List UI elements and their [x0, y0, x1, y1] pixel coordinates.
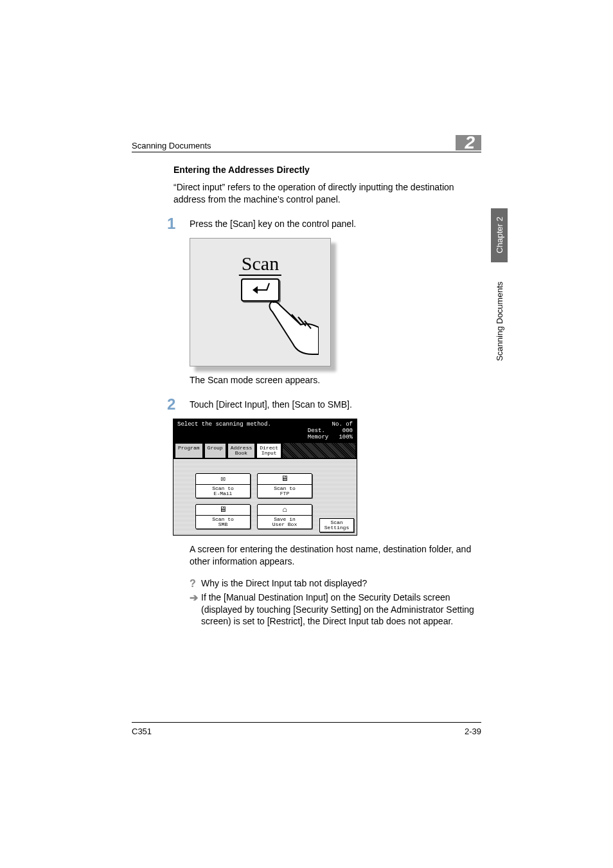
- screen-prompt: Select the scanning method.: [177, 421, 271, 441]
- figure-touchscreen: Select the scanning method. No. of Dest.…: [173, 419, 357, 536]
- figure-scan-key: Scan: [190, 238, 331, 366]
- step-2-result: A screen for entering the destination ho…: [190, 543, 479, 568]
- save-in-user-box-button[interactable]: ⌂ Save in User Box: [257, 504, 312, 529]
- page-footer: C351 2-39: [132, 722, 481, 736]
- side-section-label: Scanning Documents: [492, 270, 506, 373]
- finger-press-icon: [267, 299, 319, 357]
- scan-settings-button[interactable]: Scan Settings: [319, 518, 354, 532]
- step-1: 1 Press the [Scan] key on the control pa…: [167, 216, 479, 231]
- question-icon: ?: [190, 577, 201, 590]
- user-box-icon: ⌂: [282, 506, 287, 514]
- screen-tab-row: Program Group Address Book Direct Input: [173, 443, 357, 459]
- question-text: Why is the Direct Input tab not displaye…: [201, 577, 479, 590]
- envelope-icon: ✉: [220, 475, 225, 483]
- qa-block: ? Why is the Direct Input tab not displa…: [190, 577, 479, 628]
- arrow-left-icon: [253, 289, 267, 291]
- tab-address-book[interactable]: Address Book: [227, 443, 256, 458]
- section-title: Entering the Addresses Directly: [173, 165, 479, 175]
- intro-text: “Direct input” refers to the operation o…: [173, 181, 479, 206]
- page-header: Scanning Documents 2: [132, 135, 481, 152]
- step-1-result: The Scan mode screen appears.: [190, 374, 479, 386]
- content-column: Entering the Addresses Directly “Direct …: [173, 165, 479, 628]
- footer-model: C351: [132, 727, 152, 736]
- scan-to-email-button[interactable]: ✉ Scan to E-Mail: [195, 473, 251, 498]
- step-2-text: Touch [Direct Input], then [Scan to SMB]…: [190, 397, 352, 410]
- footer-page-number: 2-39: [465, 727, 481, 736]
- screen-body: ✉ Scan to E-Mail 🖥 Scan to FTP 🖥 Scan to…: [173, 459, 357, 535]
- step-1-number: 1: [167, 216, 190, 231]
- scan-to-smb-button[interactable]: 🖥 Scan to SMB: [195, 504, 251, 529]
- ftp-icon: 🖥: [281, 475, 289, 483]
- answer-text: If the [Manual Destination Input] on the…: [201, 592, 479, 628]
- chapter-number-badge: 2: [456, 135, 481, 150]
- smb-icon: 🖥: [219, 506, 227, 514]
- scan-key-button: [241, 278, 280, 302]
- step-2: 2 Touch [Direct Input], then [Scan to SM…: [167, 397, 479, 412]
- answer-arrow-icon: ➔: [190, 592, 201, 604]
- screen-status: No. of Dest. 000 Memory 100%: [308, 421, 353, 441]
- step-2-number: 2: [167, 397, 190, 412]
- side-chapter-tab: Chapter 2: [491, 208, 508, 262]
- scan-to-ftp-button[interactable]: 🖥 Scan to FTP: [257, 473, 312, 498]
- tab-program[interactable]: Program: [175, 443, 203, 458]
- tab-filler: [283, 443, 355, 458]
- step-1-text: Press the [Scan] key on the control pane…: [190, 216, 356, 229]
- header-title: Scanning Documents: [132, 141, 211, 150]
- scan-key-label: Scan: [239, 253, 281, 276]
- tab-direct-input[interactable]: Direct Input: [256, 443, 281, 458]
- tab-group[interactable]: Group: [204, 443, 226, 458]
